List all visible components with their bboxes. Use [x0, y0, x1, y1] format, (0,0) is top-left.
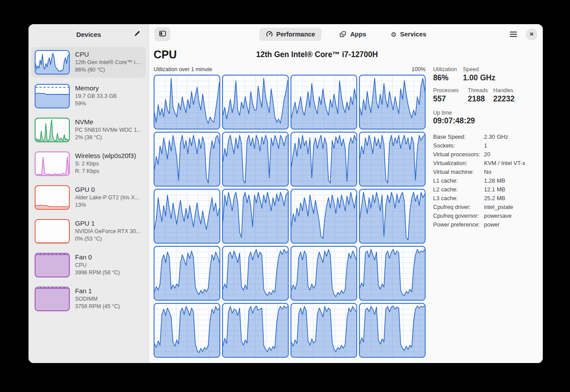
device-description: 12th Gen Intel® Core™ i7-... — [75, 59, 143, 65]
sidebar-item-fan1[interactable]: Fan 1SODIMM3759 RPM (45 °C) — [31, 284, 146, 314]
detail-label: L3 cache: — [433, 194, 484, 203]
detail-value: 20 — [484, 150, 490, 159]
device-status: 13% — [75, 202, 139, 208]
sidebar-item-nvme[interactable]: NVMePC SN810 NVMe WDC 1...2% (38 °C) — [31, 115, 146, 145]
detail-label: L2 cache: — [433, 185, 484, 194]
threads-value: 2188 — [468, 94, 493, 104]
edit-devices-button[interactable] — [132, 29, 142, 39]
header-bar: Performance Apps ⚙ Services — [149, 24, 543, 44]
sidebar-item-gpu1[interactable]: GPU 1NVIDIA GeForce RTX 30...0% (53 °C) — [31, 216, 146, 247]
main-area: Performance Apps ⚙ Services — [149, 24, 543, 363]
detail-label: L1 cache: — [433, 176, 484, 185]
device-description: 19.7 GB 33.3 GB — [75, 93, 117, 99]
cpu-thumbnail-chart — [35, 50, 70, 75]
fan1-thumbnail-chart — [35, 287, 70, 311]
chart-max-label: 100% — [412, 66, 426, 72]
core-19-utilization-chart — [359, 303, 426, 358]
device-list: CPU12th Gen Intel® Core™ i7-...86% (60 °… — [29, 44, 149, 363]
tab-bar: Performance Apps ⚙ Services — [259, 28, 433, 41]
apps-icon — [340, 31, 347, 38]
detail-label: Virtual processors: — [433, 150, 484, 159]
device-status: 2% (38 °C) — [75, 134, 141, 140]
gpu1-thumbnail-chart — [35, 219, 70, 244]
sidebar-item-cpu[interactable]: CPU12th Gen Intel® Core™ i7-...86% (60 °… — [31, 47, 146, 78]
performance-content: CPU 12th Gen Intel® Core™ i7-12700H Util… — [149, 44, 543, 363]
gauge-icon — [265, 31, 272, 38]
device-name: GPU 1 — [75, 219, 140, 227]
device-text: Fan 0CPU3996 RPM (58 °C) — [75, 253, 120, 276]
device-description: SODIMM — [75, 296, 120, 302]
utilization-value: 86% — [433, 73, 463, 83]
chart-caption: Utilization over 1 minute — [154, 66, 212, 72]
speed-value: 1.00 GHz — [463, 73, 538, 83]
detail-row: Base Speed:2.30 GHz — [433, 133, 538, 141]
tab-performance[interactable]: Performance — [259, 28, 322, 41]
device-text: GPU 0Alder Lake-P GT2 (Iris X...13% — [75, 185, 139, 208]
detail-value: 1.28 MB — [484, 176, 505, 185]
device-name: NVMe — [75, 118, 141, 126]
detail-label: Base Speed: — [433, 133, 484, 141]
sidebar-toggle-button[interactable] — [154, 27, 170, 41]
core-1-utilization-chart — [222, 75, 289, 129]
per-core-utilization-grid — [154, 75, 426, 358]
uptime-value: 09:07:48:29 — [433, 116, 475, 125]
tab-services[interactable]: ⚙ Services — [384, 28, 433, 41]
hamburger-menu-button[interactable] — [508, 30, 519, 39]
device-name: Memory — [75, 84, 117, 92]
processes-value: 557 — [433, 94, 468, 104]
detail-label: Sockets: — [433, 141, 484, 150]
core-10-utilization-chart — [290, 189, 357, 244]
close-button[interactable]: ✕ — [526, 29, 538, 40]
sidebar: Devices CPU12th Gen Intel® Core™ i7-...8… — [29, 24, 149, 363]
detail-row: L3 cache:25.2 MB — [433, 194, 538, 203]
title-row: CPU 12th Gen Intel® Core™ i7-12700H — [154, 46, 538, 63]
detail-label: Power preference: — [433, 220, 484, 229]
memory-thumbnail-chart — [35, 84, 70, 108]
detail-row: Virtualization:KVM / Intel VT-x — [433, 159, 538, 168]
detail-row: L1 cache:1.28 MB — [433, 176, 538, 185]
app-window: Devices CPU12th Gen Intel® Core™ i7-...8… — [29, 24, 543, 363]
device-text: Memory19.7 GB 33.3 GB59% — [75, 84, 117, 107]
nvme-thumbnail-chart — [35, 118, 70, 142]
detail-row: Cpufreq governor:powersave — [433, 212, 538, 220]
fan0-thumbnail-chart — [35, 253, 70, 277]
detail-value: intel_pstate — [484, 203, 513, 212]
detail-label: Virtual machine: — [433, 168, 484, 176]
detail-label: Cpufreq driver: — [433, 203, 484, 212]
device-name: Fan 0 — [75, 253, 120, 261]
core-14-utilization-chart — [290, 246, 357, 301]
device-name: CPU — [75, 50, 143, 58]
utilization-label: Utilization — [433, 66, 463, 72]
device-status: 3996 RPM (58 °C) — [75, 270, 120, 276]
detail-value: 2.30 GHz — [484, 133, 508, 141]
core-6-utilization-chart — [290, 132, 357, 187]
detail-row: L2 cache:12.1 MB — [433, 185, 538, 194]
sidebar-item-gpu0[interactable]: GPU 0Alder Lake-P GT2 (Iris X...13% — [31, 182, 146, 213]
device-status: 86% (60 °C) — [75, 67, 143, 73]
core-13-utilization-chart — [222, 246, 289, 301]
handles-value: 22232 — [493, 94, 538, 104]
device-status: 0% (53 °C) — [75, 236, 140, 242]
sidebar-item-fan0[interactable]: Fan 0CPU3996 RPM (58 °C) — [31, 250, 146, 281]
detail-row: Virtual processors:20 — [433, 150, 538, 159]
device-name: Wireless (wlp0s20f3) — [75, 152, 136, 159]
core-3-utilization-chart — [359, 75, 426, 129]
charts-column: Utilization over 1 minute 100% — [154, 66, 426, 359]
chart-caption-row: Utilization over 1 minute 100% — [154, 66, 426, 72]
detail-value: power — [484, 220, 499, 229]
device-name: Fan 1 — [75, 287, 120, 295]
core-2-utilization-chart — [290, 75, 357, 129]
tab-apps[interactable]: Apps — [333, 28, 373, 41]
core-15-utilization-chart — [359, 246, 426, 301]
uptime-label: Up time — [433, 110, 452, 116]
device-text: Wireless (wlp0s20f3)S: 2 KbpsR: 7 Kbps — [75, 151, 136, 174]
core-16-utilization-chart — [154, 303, 220, 358]
sidebar-item-wireless[interactable]: Wireless (wlp0s20f3)S: 2 KbpsR: 7 Kbps — [31, 148, 146, 179]
device-text: Fan 1SODIMM3759 RPM (45 °C) — [75, 287, 120, 309]
sidebar-item-memory[interactable]: Memory19.7 GB 33.3 GB59% — [31, 81, 146, 111]
window-controls: ✕ — [508, 29, 538, 40]
device-status: R: 7 Kbps — [75, 168, 136, 174]
core-0-utilization-chart — [154, 75, 220, 129]
close-icon: ✕ — [529, 31, 534, 37]
threads-label: Threads — [468, 87, 493, 94]
